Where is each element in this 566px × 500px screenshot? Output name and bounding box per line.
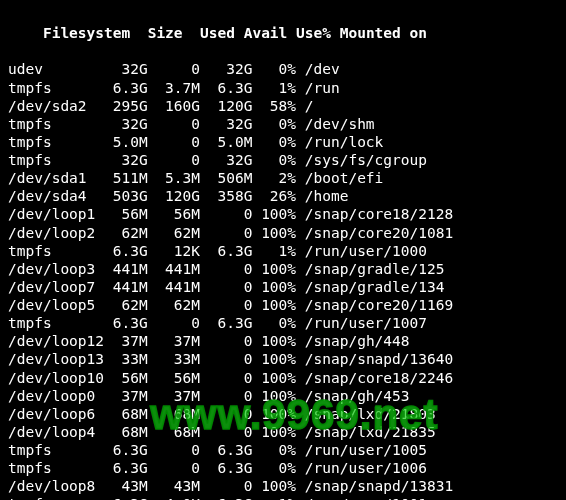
cell-size: 68M [104, 405, 148, 423]
cell-mounted_on: /dev/shm [296, 115, 375, 133]
cell-filesystem: /dev/sda1 [8, 169, 104, 187]
df-output: FilesystemSizeUsedAvailUse%Mounted on ud… [8, 6, 558, 500]
cell-avail: 0 [200, 296, 252, 314]
cell-size: 37M [104, 332, 148, 350]
cell-avail: 0 [200, 332, 252, 350]
cell-filesystem: /dev/loop7 [8, 278, 104, 296]
cell-size: 6.3G [104, 441, 148, 459]
cell-avail: 32G [200, 115, 252, 133]
cell-used: 12K [148, 242, 200, 260]
cell-used: 120G [148, 187, 200, 205]
cell-avail: 6.3G [200, 79, 252, 97]
cell-size: 32G [104, 151, 148, 169]
cell-avail: 32G [200, 60, 252, 78]
cell-avail: 0 [200, 278, 252, 296]
cell-mounted_on: /snap/gradle/134 [296, 278, 444, 296]
cell-avail: 0 [200, 205, 252, 223]
cell-usepct: 1% [252, 495, 296, 500]
cell-mounted_on: / [296, 97, 313, 115]
cell-size: 33M [104, 350, 148, 368]
cell-used: 0 [148, 314, 200, 332]
cell-avail: 0 [200, 423, 252, 441]
table-row: /dev/loop1333M33M0100%/snap/snapd/13640 [8, 350, 558, 368]
cell-avail: 32G [200, 151, 252, 169]
cell-filesystem: tmpfs [8, 133, 104, 151]
header-filesystem: Filesystem [43, 24, 139, 42]
cell-avail: 0 [200, 405, 252, 423]
cell-usepct: 0% [252, 459, 296, 477]
cell-size: 6.3G [104, 314, 148, 332]
cell-usepct: 1% [252, 79, 296, 97]
cell-mounted_on: /snap/core18/2128 [296, 205, 453, 223]
header-usepct: Use% [287, 24, 331, 42]
cell-filesystem: /dev/loop10 [8, 369, 104, 387]
cell-filesystem: /dev/sda2 [8, 97, 104, 115]
cell-used: 0 [148, 133, 200, 151]
cell-usepct: 100% [252, 423, 296, 441]
cell-size: 37M [104, 387, 148, 405]
cell-mounted_on: /run/user/1005 [296, 441, 427, 459]
cell-mounted_on: /snap/lxd/21835 [296, 423, 436, 441]
cell-filesystem: /dev/loop5 [8, 296, 104, 314]
cell-used: 43M [148, 477, 200, 495]
table-row: /dev/loop1056M56M0100%/snap/core18/2246 [8, 369, 558, 387]
cell-usepct: 100% [252, 387, 296, 405]
cell-mounted_on: /dev [296, 60, 340, 78]
table-row: /dev/sda1511M5.3M506M2%/boot/efi [8, 169, 558, 187]
cell-filesystem: /dev/loop0 [8, 387, 104, 405]
cell-used: 62M [148, 224, 200, 242]
cell-filesystem: udev [8, 60, 104, 78]
cell-filesystem: tmpfs [8, 151, 104, 169]
cell-filesystem: /dev/loop8 [8, 477, 104, 495]
cell-used: 4.0K [148, 495, 200, 500]
cell-usepct: 100% [252, 296, 296, 314]
cell-mounted_on: /snap/gh/453 [296, 387, 409, 405]
cell-usepct: 100% [252, 405, 296, 423]
table-row: /dev/loop3441M441M0100%/snap/gradle/125 [8, 260, 558, 278]
cell-avail: 0 [200, 477, 252, 495]
cell-mounted_on: /boot/efi [296, 169, 383, 187]
table-row: tmpfs6.3G06.3G0%/run/user/1007 [8, 314, 558, 332]
cell-used: 441M [148, 278, 200, 296]
cell-size: 441M [104, 260, 148, 278]
table-row: /dev/loop7441M441M0100%/snap/gradle/134 [8, 278, 558, 296]
cell-usepct: 58% [252, 97, 296, 115]
cell-avail: 358G [200, 187, 252, 205]
table-header-row: FilesystemSizeUsedAvailUse%Mounted on [8, 6, 558, 60]
cell-filesystem: /dev/loop2 [8, 224, 104, 242]
cell-usepct: 0% [252, 60, 296, 78]
cell-filesystem: tmpfs [8, 242, 104, 260]
table-row: tmpfs6.3G06.3G0%/run/user/1005 [8, 441, 558, 459]
cell-mounted_on: /run/user/1000 [296, 242, 427, 260]
cell-size: 6.3G [104, 495, 148, 500]
cell-avail: 0 [200, 224, 252, 242]
cell-mounted_on: /home [296, 187, 348, 205]
cell-filesystem: tmpfs [8, 314, 104, 332]
cell-mounted_on: /snap/gradle/125 [296, 260, 444, 278]
cell-mounted_on: /run [296, 79, 340, 97]
cell-mounted_on: /snap/core18/2246 [296, 369, 453, 387]
cell-avail: 506M [200, 169, 252, 187]
cell-usepct: 100% [252, 332, 296, 350]
table-row: tmpfs32G032G0%/dev/shm [8, 115, 558, 133]
table-row: tmpfs32G032G0%/sys/fs/cgroup [8, 151, 558, 169]
cell-mounted_on: /run/user/1001 [296, 495, 427, 500]
cell-mounted_on: /snap/core20/1169 [296, 296, 453, 314]
table-row: /dev/loop668M68M0100%/snap/lxd/21803 [8, 405, 558, 423]
cell-size: 68M [104, 423, 148, 441]
cell-usepct: 0% [252, 441, 296, 459]
table-row: udev32G032G0%/dev [8, 60, 558, 78]
table-row: /dev/loop843M43M0100%/snap/snapd/13831 [8, 477, 558, 495]
cell-filesystem: tmpfs [8, 441, 104, 459]
cell-mounted_on: /run/lock [296, 133, 383, 151]
cell-used: 56M [148, 205, 200, 223]
table-row: tmpfs6.3G4.0K6.3G1%/run/user/1001 [8, 495, 558, 500]
cell-avail: 6.3G [200, 242, 252, 260]
cell-usepct: 0% [252, 133, 296, 151]
cell-size: 5.0M [104, 133, 148, 151]
cell-avail: 0 [200, 387, 252, 405]
cell-avail: 5.0M [200, 133, 252, 151]
header-used: Used [183, 24, 235, 42]
cell-filesystem: /dev/loop6 [8, 405, 104, 423]
cell-filesystem: /dev/loop13 [8, 350, 104, 368]
